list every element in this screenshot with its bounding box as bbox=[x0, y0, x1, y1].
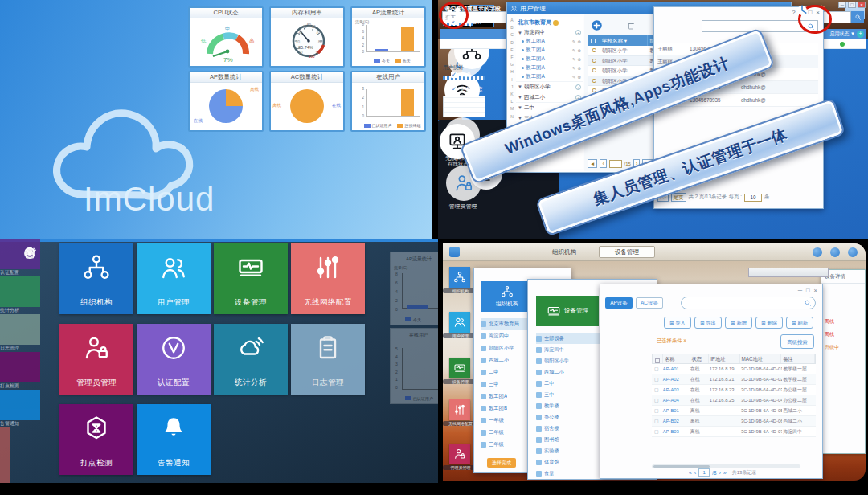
checkbox-icon[interactable] bbox=[591, 39, 596, 43]
delete-icon[interactable]: ⊗ bbox=[577, 48, 581, 53]
tree-item[interactable]: 图书馆 bbox=[536, 434, 608, 445]
column-header[interactable]: IP地址 bbox=[709, 354, 739, 363]
close-icon[interactable]: × bbox=[814, 287, 817, 294]
topbar-circle-icon[interactable] bbox=[848, 248, 858, 257]
add-icon[interactable]: + bbox=[575, 30, 581, 35]
topbar-circle-icon[interactable] bbox=[813, 248, 822, 257]
row-copy-icon[interactable]: C bbox=[588, 56, 600, 66]
window-control-icon[interactable]: ─ bbox=[798, 287, 802, 294]
row-checkbox-icon[interactable]: ▢ bbox=[652, 406, 661, 415]
table-row[interactable]: ▢AP-B03离线3C-1D-9B-6A-4D-07海淀四中 bbox=[652, 427, 816, 437]
table-row[interactable]: ▢AP-A03在线172.16.8.233C-1D-9B-6A-4D-03办公楼… bbox=[652, 385, 816, 395]
row-copy-icon[interactable]: C bbox=[588, 76, 600, 86]
topbar-circle-icon[interactable] bbox=[830, 248, 840, 257]
header-checkbox-cell[interactable] bbox=[653, 354, 663, 363]
index-letter[interactable]: D bbox=[509, 39, 515, 47]
column-header[interactable]: 备注 bbox=[781, 354, 815, 363]
edit-icon[interactable]: ✎ bbox=[572, 39, 576, 44]
dock-设备管理[interactable] bbox=[449, 358, 470, 378]
tree-item[interactable]: 朝阳区小学 bbox=[536, 355, 608, 366]
column-header[interactable]: 学校名称 ▾ bbox=[600, 35, 649, 46]
table-row[interactable]: ▢AP-A04在线172.16.8.253C-1D-9B-6A-4D-04办公楼… bbox=[652, 395, 816, 406]
tile-设备管理[interactable]: 设备管理 bbox=[214, 243, 288, 314]
pager-button[interactable]: › bbox=[719, 470, 721, 476]
tree-member[interactable]: 教工团A✎⊗ bbox=[516, 55, 583, 63]
index-letter[interactable]: E bbox=[509, 47, 515, 54]
mini-tile-打点检测[interactable] bbox=[0, 352, 40, 382]
tree-member[interactable]: 教工团A✎⊗ bbox=[516, 72, 583, 81]
table-row[interactable]: ▢AP-B02离线3C-1D-9B-6A-4D-06西城二小 bbox=[652, 416, 816, 427]
tree-item[interactable]: 食堂 bbox=[536, 468, 608, 479]
device-header-block[interactable]: 设备管理 bbox=[536, 296, 599, 326]
window-control-icon[interactable]: □ bbox=[848, 2, 856, 8]
tree-item[interactable]: 体育馆 bbox=[536, 456, 608, 468]
pager-button[interactable]: ‹ bbox=[694, 470, 696, 476]
tree-item[interactable]: 办公楼 bbox=[536, 411, 608, 423]
edit-icon[interactable]: ✎ bbox=[572, 57, 576, 62]
delete-user-button[interactable] bbox=[626, 21, 636, 31]
row-copy-icon[interactable]: C bbox=[588, 46, 600, 55]
checkbox-checked-icon[interactable]: ✓ bbox=[451, 72, 457, 78]
apps-grid-icon[interactable] bbox=[444, 6, 462, 24]
index-letter[interactable]: B bbox=[509, 24, 515, 31]
index-letter[interactable]: N bbox=[509, 113, 515, 121]
delete-icon[interactable]: ⊗ bbox=[577, 66, 581, 71]
pager-button[interactable]: 尾页 bbox=[671, 193, 686, 202]
index-letter[interactable]: L bbox=[509, 98, 515, 105]
tree-member[interactable]: 教工团A✎⊗ bbox=[516, 46, 583, 55]
pager-button[interactable]: » bbox=[723, 470, 727, 476]
dock-无线网络配置[interactable] bbox=[449, 399, 470, 420]
tree-item[interactable]: 实验楼 bbox=[536, 445, 608, 456]
tree-item[interactable]: 西城二小 bbox=[536, 366, 608, 378]
header-checkbox-cell[interactable] bbox=[588, 35, 600, 46]
pager-button[interactable]: ◄ bbox=[588, 159, 597, 168]
row-checkbox-icon[interactable]: ▢ bbox=[652, 385, 661, 395]
column-header[interactable]: 状态 bbox=[690, 354, 710, 363]
table-row[interactable]: ▢AP-A01在线172.16.8.193C-1D-9B-6A-4D-01教学楼… bbox=[652, 364, 816, 374]
tree-group[interactable]: ▼朝阳区小学+ bbox=[516, 81, 583, 92]
add-user-button[interactable] bbox=[591, 19, 603, 31]
toolbar-button-新增[interactable]: ⊞ 新增 bbox=[725, 317, 752, 329]
dock-管理员管理[interactable] bbox=[449, 444, 470, 464]
toolbar-button-删除[interactable]: ⊞ 删除 bbox=[755, 317, 783, 329]
tree-item[interactable]: 二中 bbox=[536, 378, 608, 389]
toolbar-button-导入[interactable]: ⊞ 导入 bbox=[664, 317, 691, 329]
delete-icon[interactable]: ⊗ bbox=[577, 57, 581, 62]
column-header[interactable]: 启用状态 ▼ bbox=[829, 31, 855, 38]
tile-打点检测[interactable]: 打点检测 bbox=[59, 404, 133, 475]
tile-管理员管理[interactable]: 管理员管理 bbox=[59, 324, 133, 395]
page-input[interactable] bbox=[609, 160, 622, 168]
pager-button[interactable]: ‹ bbox=[600, 159, 606, 168]
confirm-button[interactable]: 选择完成 bbox=[487, 458, 516, 468]
table-row[interactable]: ▢AP-B01离线3C-1D-9B-6A-4D-05西城二小 bbox=[652, 406, 816, 416]
dock-用户管理[interactable] bbox=[449, 312, 470, 333]
index-letter[interactable]: C bbox=[509, 31, 515, 39]
row-checkbox-icon[interactable]: ▢ bbox=[652, 416, 661, 426]
window-control-icon[interactable]: ─ bbox=[838, 2, 846, 8]
tree-item[interactable]: 宿舍楼 bbox=[536, 423, 608, 434]
tree-item[interactable]: 全部设备 bbox=[536, 333, 608, 344]
search-input[interactable] bbox=[681, 297, 816, 309]
stats-pie-icon[interactable] bbox=[796, 4, 809, 17]
search-button[interactable] bbox=[851, 11, 864, 23]
mini-tile-告警通知[interactable] bbox=[0, 390, 40, 420]
index-letter[interactable]: J bbox=[509, 84, 515, 91]
tab-ap-active[interactable]: AP设备 bbox=[605, 297, 633, 309]
field-checkbox-row[interactable]: ✓启用状态 bbox=[451, 85, 482, 93]
index-letter[interactable]: M bbox=[509, 105, 515, 112]
page-input[interactable]: 1 bbox=[698, 468, 710, 477]
index-letter[interactable]: A bbox=[509, 17, 515, 24]
filter-note[interactable]: 已选择条件 × bbox=[657, 338, 686, 345]
tree-group[interactable]: ▼海淀四中+ bbox=[516, 28, 583, 37]
index-letter[interactable]: K bbox=[509, 91, 515, 98]
column-header[interactable]: 名称 bbox=[663, 354, 690, 363]
per-page-input[interactable]: 10 bbox=[744, 194, 762, 202]
tree-member[interactable]: 教工团A✎⊗ bbox=[516, 37, 583, 46]
index-letter[interactable]: H bbox=[509, 68, 515, 76]
row-checkbox-icon[interactable]: ▢ bbox=[652, 395, 661, 405]
index-letter[interactable]: G bbox=[509, 61, 515, 68]
tree-item[interactable]: 教学楼 bbox=[536, 400, 608, 411]
window-control-icon[interactable]: □ bbox=[806, 287, 810, 294]
advanced-search-button[interactable]: 高级搜索 bbox=[780, 334, 814, 349]
search-button[interactable] bbox=[804, 299, 812, 307]
